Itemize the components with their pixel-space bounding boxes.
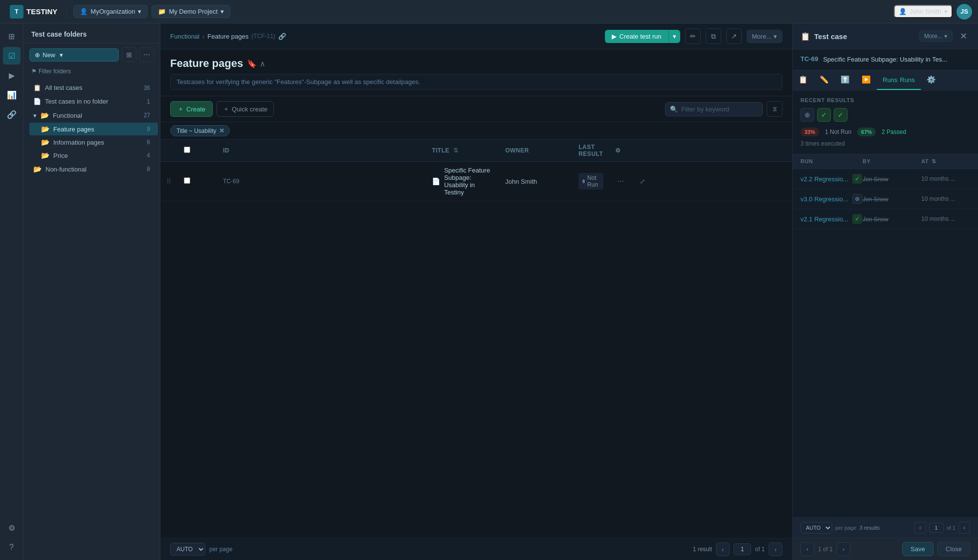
panel-more-btn[interactable]: More... ▾	[919, 30, 953, 42]
run-link-1[interactable]: v2.2 Regressio...	[800, 175, 848, 183]
select-all-checkbox[interactable]	[184, 147, 190, 153]
row-expand-cell: ⤢	[632, 162, 792, 201]
tab-play[interactable]: ▶️	[856, 70, 877, 90]
integration-icon-btn[interactable]: 🔗	[3, 106, 21, 123]
tc-id-title-row: TC-69 Specific Feature Subpage: Usabilit…	[793, 49, 978, 70]
project-selector[interactable]: 📁 My Demo Project ▾	[152, 5, 230, 18]
per-page-select[interactable]: AUTO	[170, 543, 205, 556]
prev-page-btn[interactable]: ‹	[716, 542, 730, 556]
search-icon: 🔍	[670, 106, 678, 113]
rp-page-input[interactable]	[929, 523, 944, 533]
bookmark-icon[interactable]: 🔖	[247, 59, 257, 68]
row-title-text[interactable]: Specific Feature Subpage: Usability in T…	[444, 167, 493, 196]
row-checkbox[interactable]	[184, 177, 190, 184]
breadcrumb-parent-link[interactable]: Functional	[170, 33, 200, 40]
project-icon: 📁	[158, 8, 166, 15]
folder-icon: 📂	[41, 138, 49, 146]
create-test-run-btn[interactable]: ▶ Create test run	[605, 30, 668, 43]
sidebar-more-btn[interactable]: ⋯	[139, 47, 154, 62]
runs-col-at: AT ⇅	[921, 158, 970, 165]
export-btn[interactable]: ↗	[726, 28, 742, 44]
rp-next-btn[interactable]: ›	[958, 522, 970, 534]
rp-nav-prev-btn[interactable]: ‹	[800, 542, 814, 556]
table-toolbar: ＋ Create ＋ Quick create 🔍 ⧖	[160, 96, 792, 122]
stat-1-not-run: 1 Not Run	[825, 129, 851, 135]
settings-icon-btn[interactable]: ⚙	[3, 519, 21, 537]
row-more-btn[interactable]: ⋯	[615, 176, 626, 186]
filter-folders-btn[interactable]: ⚑ Filter folders	[31, 68, 152, 75]
run-link-3[interactable]: v2.1 Regressio...	[800, 215, 848, 223]
breadcrumb-current: Feature pages	[207, 33, 248, 40]
testcases-icon-btn[interactable]: ☑	[3, 47, 21, 65]
tab-edit[interactable]: ✏️	[814, 70, 835, 90]
app-logo: T TESTINY	[6, 5, 61, 19]
tab-details[interactable]: 📋	[793, 70, 814, 90]
stat-67-badge: 67%	[857, 128, 876, 136]
row-owner: John Smith	[499, 162, 573, 201]
reports-icon-btn[interactable]: 📊	[3, 86, 21, 104]
org-selector[interactable]: 👤 MyOrganization ▾	[73, 5, 148, 18]
sidebar-item-price[interactable]: 📂 Price 4	[29, 149, 158, 162]
rp-nav-next-btn[interactable]: ›	[837, 542, 850, 556]
run-row-2: v3.0 Regressio... ⊕ Jon Snow 10 months .…	[793, 189, 978, 209]
col-title[interactable]: TITLE ⇅	[426, 140, 499, 162]
rp-per-page-select[interactable]: AUTO	[800, 522, 832, 534]
rp-prev-btn[interactable]: ‹	[914, 522, 926, 534]
next-page-btn[interactable]: ›	[769, 542, 782, 556]
icon-bar: ⊞ ☑ ▶ 📊 🔗 ⚙ ?	[0, 23, 23, 560]
test-cases-data-table: ID TITLE ⇅ OWNER LAST RESULT ⚙	[160, 140, 792, 201]
create-test-run-split-btn[interactable]: ▾	[668, 30, 680, 43]
result-icon-pass-1: ✓	[817, 108, 831, 122]
user-menu[interactable]: 👤 John Smith ▾	[894, 5, 953, 18]
panel-close-btn[interactable]: ✕	[956, 29, 970, 43]
new-button[interactable]: ⊕ New ▾	[29, 48, 119, 62]
create-button[interactable]: ＋ Create	[170, 101, 213, 117]
row-expand-btn[interactable]: ⤢	[638, 176, 647, 186]
result-icons-row: ⊕ ✓ ✓	[800, 108, 970, 122]
col-owner[interactable]: OWNER	[499, 140, 573, 162]
rp-close-btn[interactable]: Close	[937, 542, 970, 556]
run-link-2[interactable]: v3.0 Regressio...	[800, 195, 848, 203]
sidebar-item-non-functional[interactable]: 📂 Non-functional 8	[25, 162, 158, 176]
sidebar-item-no-folder[interactable]: 📄 Test cases in no folder 1	[25, 95, 158, 108]
rp-save-btn[interactable]: Save	[902, 542, 934, 556]
active-filter-tag: Title ~ Usability ✕	[170, 125, 230, 136]
runs-col-by: BY	[863, 158, 921, 165]
settings-icon: ⚙️	[927, 75, 936, 84]
drag-handle-icon[interactable]: ⠿	[166, 177, 171, 185]
filter-tag-close-btn[interactable]: ✕	[219, 127, 224, 134]
create-test-run-group: ▶ Create test run ▾	[605, 30, 680, 43]
page-input[interactable]	[734, 543, 751, 555]
run-status-pass-icon: ✓	[852, 174, 862, 184]
run-at-2: 10 months ...	[921, 195, 970, 202]
sort-icon[interactable]: ⇅	[932, 158, 936, 164]
breadcrumb-link-icon[interactable]: 🔗	[278, 33, 286, 40]
title-sort-icon[interactable]: ⇅	[453, 147, 459, 154]
sidebar-item-information-pages[interactable]: 📂 Information pages 6	[29, 136, 158, 149]
dashboard-icon-btn[interactable]: ⊞	[3, 27, 21, 45]
tab-upload[interactable]: ⬆️	[835, 70, 856, 90]
col-last-result[interactable]: LAST RESULT	[573, 140, 609, 162]
rp-results: 3 results	[859, 525, 880, 531]
col-id[interactable]: ID	[217, 140, 426, 162]
tab-runs[interactable]: Runs Runs	[877, 70, 921, 90]
edit-btn[interactable]: ✏	[685, 28, 701, 44]
col-drag	[160, 140, 178, 162]
filter-input[interactable]	[665, 102, 763, 116]
filter-options-btn[interactable]: ⧖	[767, 101, 782, 117]
play-icon: ▶️	[862, 75, 871, 84]
sidebar-item-functional[interactable]: ▾ 📂 Functional 27	[25, 108, 158, 122]
sidebar-item-feature-pages[interactable]: 📂 Feature pages 9	[29, 123, 158, 135]
sidebar-item-all[interactable]: 📋 All test cases 36	[25, 81, 158, 94]
collapse-icon[interactable]: ∧	[260, 59, 266, 68]
runs-icon-btn[interactable]: ▶	[3, 66, 21, 84]
view-toggle-btn[interactable]: ⊞	[122, 47, 136, 62]
breadcrumb-id: (TCF-11)	[251, 33, 275, 40]
new-chevron-icon: ▾	[60, 51, 63, 59]
more-btn[interactable]: More... ▾	[747, 30, 782, 43]
quick-create-btn[interactable]: ＋ Quick create	[217, 101, 274, 117]
tab-settings[interactable]: ⚙️	[921, 70, 942, 90]
copy-btn[interactable]: ⧉	[706, 28, 721, 44]
help-icon-btn[interactable]: ?	[3, 538, 21, 556]
col-settings[interactable]: ⚙	[609, 140, 632, 162]
